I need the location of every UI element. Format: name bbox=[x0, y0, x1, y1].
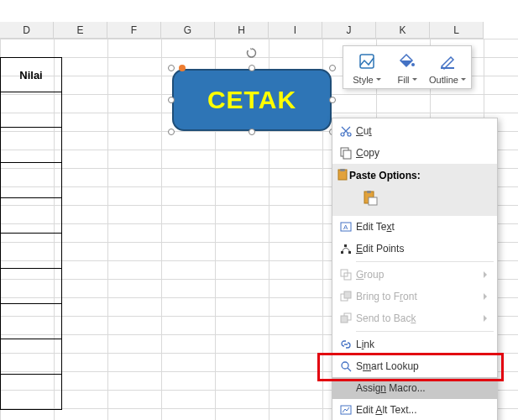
menu-send-back: Send to Back bbox=[332, 307, 497, 329]
paste-as-picture-button[interactable] bbox=[359, 187, 381, 209]
column-header-H[interactable]: H bbox=[215, 22, 269, 39]
shape-text: CETAK bbox=[207, 86, 296, 114]
column-header-E[interactable]: E bbox=[54, 22, 107, 39]
link-icon bbox=[336, 338, 356, 351]
connector-handle[interactable] bbox=[179, 65, 186, 71]
nilai-header-cell[interactable]: Nilai bbox=[0, 57, 62, 92]
menu-smart-lookup-label: Smart Lookup bbox=[356, 360, 490, 372]
bring-front-icon bbox=[336, 290, 356, 303]
menu-link[interactable]: Link bbox=[332, 333, 497, 355]
svg-rect-16 bbox=[344, 244, 347, 247]
style-label: Style bbox=[348, 75, 385, 85]
fill-label: Fill bbox=[389, 75, 426, 85]
resize-handle[interactable] bbox=[168, 129, 175, 135]
resize-handle[interactable] bbox=[249, 129, 255, 135]
fill-button[interactable]: Fill bbox=[389, 50, 426, 85]
chevron-right-icon bbox=[484, 315, 490, 322]
copy-icon bbox=[336, 146, 356, 160]
resize-handle[interactable] bbox=[329, 97, 336, 103]
style-button[interactable]: Style bbox=[348, 50, 385, 85]
svg-rect-22 bbox=[341, 316, 348, 323]
paste-options-label: Paste Options: bbox=[349, 170, 421, 181]
menu-edit-alt-text-label: Edit Alt Text... bbox=[356, 404, 490, 416]
menu-copy-label: Copy bbox=[356, 147, 490, 159]
table-row[interactable] bbox=[0, 163, 62, 198]
nilai-table: Nilai bbox=[0, 57, 62, 410]
svg-rect-20 bbox=[344, 291, 351, 298]
shape-context-menu: Cut Copy Paste Options: A Edit Text Ed bbox=[332, 118, 498, 420]
rotate-handle-icon[interactable] bbox=[246, 47, 258, 59]
menu-separator bbox=[356, 261, 494, 262]
menu-assign-macro[interactable]: Assign Macro... bbox=[332, 377, 497, 399]
edit-text-icon: A bbox=[336, 220, 356, 234]
table-row[interactable] bbox=[0, 269, 62, 304]
table-row[interactable] bbox=[0, 198, 62, 234]
svg-point-1 bbox=[411, 63, 415, 66]
menu-edit-points[interactable]: Edit Points bbox=[332, 238, 497, 260]
resize-handle[interactable] bbox=[168, 65, 175, 71]
menu-edit-text[interactable]: A Edit Text bbox=[332, 216, 497, 238]
svg-rect-11 bbox=[369, 197, 377, 205]
group-icon bbox=[336, 268, 356, 281]
send-back-icon bbox=[336, 312, 356, 325]
menu-assign-macro-label: Assign Macro... bbox=[356, 382, 490, 394]
svg-rect-14 bbox=[341, 251, 343, 254]
svg-rect-8 bbox=[340, 169, 345, 171]
fill-icon bbox=[389, 50, 426, 73]
menu-link-label: Link bbox=[356, 339, 490, 350]
edit-points-icon bbox=[336, 242, 356, 255]
table-row[interactable] bbox=[0, 339, 62, 375]
shape-mini-toolbar: Style Fill Outline bbox=[343, 45, 472, 89]
svg-rect-6 bbox=[343, 150, 351, 159]
menu-bring-front-label: Bring to Front bbox=[356, 291, 484, 302]
menu-smart-lookup[interactable]: Smart Lookup bbox=[332, 355, 497, 377]
column-header-J[interactable]: J bbox=[322, 22, 376, 39]
menu-separator bbox=[356, 331, 494, 332]
column-header-G[interactable]: G bbox=[161, 22, 215, 39]
menu-group-label: Group bbox=[356, 269, 484, 281]
outline-icon bbox=[429, 50, 466, 73]
outline-button[interactable]: Outline bbox=[429, 50, 466, 85]
alt-text-icon bbox=[336, 403, 356, 417]
svg-rect-2 bbox=[441, 67, 454, 69]
menu-edit-text-label: Edit Text bbox=[356, 221, 490, 233]
paste-icon bbox=[336, 168, 349, 184]
column-header-L[interactable]: L bbox=[430, 22, 484, 39]
menu-copy[interactable]: Copy bbox=[332, 142, 497, 164]
table-row[interactable] bbox=[0, 304, 62, 339]
menu-bring-front: Bring to Front bbox=[332, 286, 497, 307]
outline-label: Outline bbox=[429, 75, 466, 85]
resize-handle[interactable] bbox=[168, 97, 175, 103]
menu-cut[interactable]: Cut bbox=[332, 120, 497, 142]
cut-icon bbox=[336, 124, 356, 138]
chevron-right-icon bbox=[484, 271, 490, 278]
chevron-right-icon bbox=[484, 293, 490, 300]
menu-group: Group bbox=[332, 264, 497, 286]
table-row[interactable] bbox=[0, 128, 62, 163]
menu-paste-options: Paste Options: bbox=[332, 164, 497, 216]
svg-text:A: A bbox=[343, 223, 348, 231]
svg-rect-15 bbox=[348, 251, 351, 254]
menu-cut-label: Cut bbox=[356, 125, 490, 137]
svg-rect-10 bbox=[367, 191, 371, 193]
column-header-K[interactable]: K bbox=[376, 22, 430, 39]
column-header-row: D E F G H I J K L bbox=[0, 22, 484, 39]
column-header-I[interactable]: I bbox=[269, 22, 322, 39]
smart-lookup-icon bbox=[336, 360, 356, 373]
style-icon bbox=[348, 50, 385, 73]
menu-edit-points-label: Edit Points bbox=[356, 243, 490, 255]
resize-handle[interactable] bbox=[249, 65, 255, 71]
column-header-D[interactable]: D bbox=[0, 22, 54, 39]
resize-handle[interactable] bbox=[329, 65, 336, 71]
menu-send-back-label: Send to Back bbox=[356, 312, 484, 324]
table-row[interactable] bbox=[0, 92, 62, 128]
table-row[interactable] bbox=[0, 234, 62, 269]
svg-point-23 bbox=[342, 362, 348, 369]
table-row[interactable] bbox=[0, 375, 62, 410]
shape-cetak[interactable]: CETAK bbox=[172, 69, 332, 131]
shape-body[interactable]: CETAK bbox=[172, 69, 332, 131]
menu-edit-alt-text[interactable]: Edit Alt Text... bbox=[332, 399, 497, 420]
column-header-F[interactable]: F bbox=[107, 22, 161, 39]
